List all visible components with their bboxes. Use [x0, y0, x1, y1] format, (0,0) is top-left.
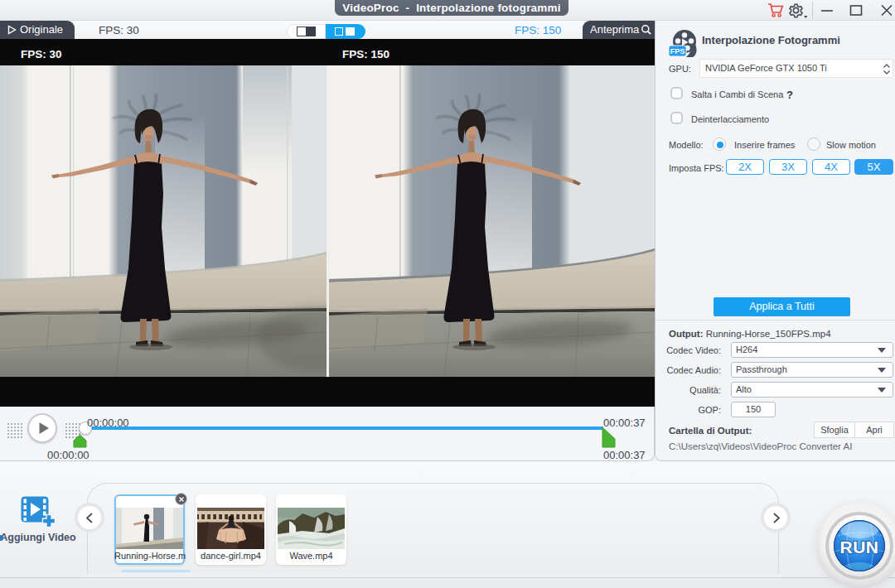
svg-text:RUN: RUN — [840, 537, 879, 557]
svg-text:FPS: FPS — [670, 47, 685, 55]
